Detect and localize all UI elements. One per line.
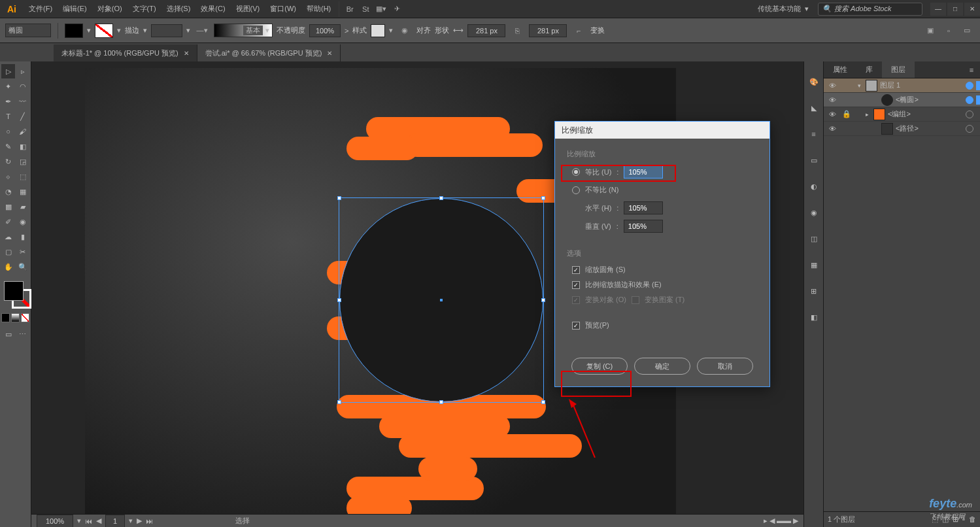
menu-help[interactable]: 帮助(H) <box>301 0 336 18</box>
var-width-icon[interactable]: —▾ <box>194 23 210 39</box>
link-wh-icon[interactable]: ⎘ <box>509 23 525 39</box>
layer-row[interactable]: 👁 <路径> <box>824 122 980 136</box>
arrange-icon[interactable]: ▦▾ <box>373 1 389 17</box>
menu-object[interactable]: 对象(O) <box>92 0 127 18</box>
selection-tool[interactable]: ▷ <box>1 64 15 78</box>
gradient-panel-icon[interactable]: ▭ <box>807 153 821 167</box>
menu-effect[interactable]: 效果(C) <box>195 0 230 18</box>
opacity-input[interactable] <box>309 24 341 37</box>
color-mode-solid[interactable] <box>1 313 10 322</box>
edit-toolbar-icon[interactable]: ⋯ <box>16 327 29 341</box>
vertical-input[interactable] <box>624 220 663 233</box>
menu-select[interactable]: 选择(S) <box>161 0 196 18</box>
recolor-icon[interactable]: ◉ <box>397 23 413 39</box>
layer-row[interactable]: 👁🔒 ▸ <编组> <box>824 107 980 122</box>
minimize-button[interactable]: — <box>930 3 946 16</box>
shape-builder-tool[interactable]: ◔ <box>1 184 15 199</box>
gradient-tool[interactable]: ▰ <box>16 199 29 214</box>
slice-tool[interactable]: ✂ <box>16 245 29 259</box>
visibility-icon[interactable]: 👁 <box>826 110 838 118</box>
lock-icon[interactable]: 🔒 <box>841 110 853 118</box>
graph-tool[interactable]: ▮ <box>16 230 29 244</box>
gpu-icon[interactable]: ✈ <box>389 1 405 17</box>
transparency-panel-icon[interactable]: ◐ <box>807 179 821 194</box>
artboard-nav-input[interactable] <box>105 515 125 528</box>
menu-window[interactable]: 窗口(W) <box>265 0 301 18</box>
menu-edit[interactable]: 编辑(E) <box>58 0 92 18</box>
curvature-tool[interactable]: 〰 <box>16 94 29 109</box>
expand-icon[interactable]: ▸ <box>863 111 871 118</box>
visibility-icon[interactable]: 👁 <box>826 96 838 104</box>
perspective-tool[interactable]: ▦ <box>16 184 29 199</box>
stroke-panel-icon[interactable]: ≡ <box>807 127 821 141</box>
free-transform-tool[interactable]: ⬚ <box>16 169 29 184</box>
mesh-tool[interactable]: ▩ <box>1 199 15 214</box>
align-panel-icon[interactable]: ▦ <box>807 258 821 272</box>
nav-first-icon[interactable]: ⏮ <box>85 517 92 525</box>
maximize-button[interactable]: □ <box>947 3 963 16</box>
target-icon[interactable] <box>966 82 973 90</box>
cancel-button[interactable]: 取消 <box>697 358 753 375</box>
close-icon[interactable]: ✕ <box>327 50 332 57</box>
screen-mode-icon[interactable]: ▭ <box>1 327 15 341</box>
lasso-tool[interactable]: ◠ <box>16 79 29 94</box>
width-tool[interactable]: ⟐ <box>1 169 15 184</box>
search-input[interactable]: 🔍搜索 Adobe Stock <box>818 3 922 16</box>
line-tool[interactable]: ╱ <box>16 109 29 124</box>
appearance-panel-icon[interactable]: ◉ <box>807 205 821 220</box>
extra-icon[interactable]: ▭ <box>959 23 975 39</box>
bounding-box[interactable] <box>339 197 544 403</box>
symbol-tool[interactable]: ☁ <box>1 230 15 244</box>
style-swatch[interactable] <box>371 24 385 37</box>
scale-tool[interactable]: ◲ <box>16 154 29 169</box>
nav-prev-icon[interactable]: ◀ <box>96 517 101 525</box>
rotate-tool[interactable]: ↻ <box>1 154 15 169</box>
menu-file[interactable]: 文件(F) <box>24 0 58 18</box>
bridge-icon[interactable]: Br <box>342 1 358 17</box>
more-panel-icon[interactable]: ◧ <box>807 310 821 324</box>
corner-icon[interactable]: ⌐ <box>571 23 586 39</box>
nonuniform-radio[interactable] <box>572 186 580 194</box>
zoom-input[interactable] <box>37 515 73 528</box>
nav-last-icon[interactable]: ⏭ <box>146 517 153 525</box>
layer-row[interactable]: 👁 <椭圆> <box>824 93 980 107</box>
visibility-icon[interactable]: 👁 <box>826 125 838 133</box>
stroke-weight-input[interactable] <box>151 24 182 37</box>
ok-button[interactable]: 确定 <box>634 358 690 375</box>
zoom-tool[interactable]: 🔍 <box>16 260 29 274</box>
eraser-tool[interactable]: ◧ <box>16 139 29 154</box>
layer-row[interactable]: 👁 ▾ 图层 1 <box>824 78 980 93</box>
hand-tool[interactable]: ✋ <box>1 260 15 274</box>
artboard-tool[interactable]: ▢ <box>1 245 15 259</box>
width-input[interactable] <box>467 24 505 37</box>
ellipse-tool[interactable]: ○ <box>1 124 15 139</box>
eyedropper-tool[interactable]: ✐ <box>1 214 15 229</box>
doc-tab-2[interactable]: 尝试.ai* @ 66.67% (RGB/GPU 预览)✕ <box>197 44 341 61</box>
menu-type[interactable]: 文字(T) <box>127 0 161 18</box>
stock-icon[interactable]: St <box>358 1 373 17</box>
brush-dropdown[interactable]: 基本▾ <box>214 24 273 37</box>
color-mode-gradient[interactable] <box>11 313 20 322</box>
magic-wand-tool[interactable]: ✦ <box>1 79 15 94</box>
blend-tool[interactable]: ◉ <box>16 214 29 229</box>
target-icon[interactable] <box>966 110 973 118</box>
isolate-icon[interactable]: ▣ <box>922 23 938 39</box>
workspace-switcher[interactable]: 传统基本功能 ▾ <box>751 4 815 14</box>
fill-stroke-swatches[interactable] <box>1 280 29 311</box>
doc-tab-1[interactable]: 未标题-1* @ 100% (RGB/GPU 预览)✕ <box>54 44 197 61</box>
preview-checkbox[interactable] <box>572 322 580 330</box>
pathfinder-panel-icon[interactable]: ◫ <box>807 231 821 246</box>
close-button[interactable]: ✕ <box>964 3 980 16</box>
color-mode-none[interactable] <box>21 313 29 322</box>
color-panel-icon[interactable]: 🎨 <box>807 75 821 89</box>
scale-corners-checkbox[interactable] <box>572 266 580 274</box>
transform-panel-icon[interactable]: ⊞ <box>807 284 821 298</box>
fill-swatch[interactable] <box>65 24 83 38</box>
horizontal-input[interactable] <box>624 201 663 214</box>
shaper-tool[interactable]: ✎ <box>1 139 15 154</box>
menu-view[interactable]: 视图(V) <box>231 0 265 18</box>
pen-tool[interactable]: ✒ <box>1 94 15 109</box>
expand-icon[interactable]: ▾ <box>855 82 863 89</box>
panel-tab-libraries[interactable]: 库 <box>856 61 882 78</box>
edit-icon[interactable]: ▫ <box>941 23 956 39</box>
